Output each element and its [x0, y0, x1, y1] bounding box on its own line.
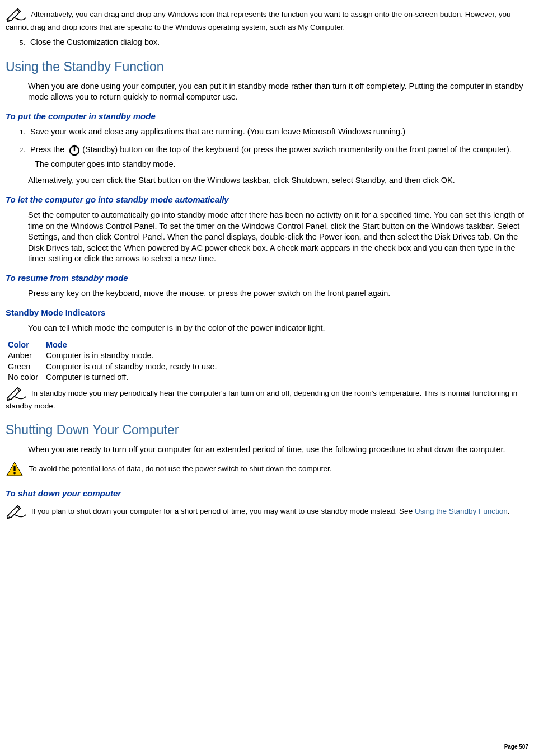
heading-to-shutdown: To shut down your computer [6, 488, 528, 499]
cell-color: Amber [8, 350, 46, 361]
step2-text-b: (Standby) button on the top of the keybo… [82, 145, 512, 154]
mode-table: Color Mode Amber Computer is in standby … [8, 340, 224, 383]
table-row: No color Computer is turned off. [8, 372, 224, 383]
note-text: Alternatively, you can drag and drop any… [6, 10, 511, 31]
note-text-b: . [508, 506, 510, 515]
standby-icon [68, 143, 81, 157]
note-text-a: If you plan to shut down your computer f… [31, 506, 415, 515]
heading-standby-function: Using the Standby Function [6, 58, 528, 76]
resume-body: Press any key on the keyboard, move the … [28, 288, 526, 299]
heading-mode-indicators: Standby Mode Indicators [6, 307, 528, 318]
step2-text-a: Press the [30, 145, 67, 154]
auto-standby-body: Set the computer to automatically go int… [28, 210, 526, 265]
cell-mode: Computer is out of standby mode, ready t… [46, 361, 224, 373]
pencil-note-icon [6, 7, 28, 22]
table-row: Green Computer is out of standby mode, r… [8, 361, 224, 373]
step-5: Close the Customization dialog box. [27, 37, 528, 48]
standby-step-2: Press the (Standby) button on the top of… [27, 143, 528, 170]
cell-color: No color [8, 372, 46, 383]
standby-steps: Save your work and close any application… [17, 126, 528, 170]
table-row: Amber Computer is in standby mode. [8, 350, 224, 361]
step2-result: The computer goes into standby mode. [35, 159, 528, 170]
warning-text: To avoid the potential loss of data, do … [29, 464, 332, 472]
standby-step-1: Save your work and close any application… [27, 126, 528, 138]
col-color: Color [8, 340, 46, 351]
note-drag-drop: Alternatively, you can drag and drop any… [6, 7, 526, 32]
indicators-intro: You can tell which mode the computer is … [28, 323, 526, 334]
heading-resume-standby: To resume from standby mode [6, 273, 528, 284]
heading-auto-standby: To let the computer go into standby mode… [6, 194, 528, 205]
heading-put-standby: To put the computer in standby mode [6, 111, 528, 122]
link-standby-function[interactable]: Using the Standby Function [415, 506, 508, 515]
warning-icon [6, 461, 24, 477]
note-text: In standby mode you may periodically hea… [6, 388, 517, 410]
steps-close-dialog: Close the Customization dialog box. [17, 37, 528, 48]
note-fan: In standby mode you may periodically hea… [6, 386, 526, 411]
cell-mode: Computer is in standby mode. [46, 350, 224, 361]
note-short-shutdown: If you plan to shut down your computer f… [6, 504, 526, 519]
pencil-note-icon [6, 386, 28, 401]
cell-color: Green [8, 361, 46, 373]
heading-shutting-down: Shutting Down Your Computer [6, 421, 528, 439]
cell-mode: Computer is turned off. [46, 372, 224, 383]
warning-power-switch: To avoid the potential loss of data, do … [6, 461, 526, 477]
shutdown-intro: When you are ready to turn off your comp… [28, 444, 526, 456]
standby-alt: Alternatively, you can click the Start b… [28, 175, 526, 186]
table-header-row: Color Mode [8, 340, 224, 351]
col-mode: Mode [46, 340, 224, 351]
standby-intro: When you are done using your computer, y… [28, 81, 526, 103]
pencil-note-icon [6, 504, 28, 519]
